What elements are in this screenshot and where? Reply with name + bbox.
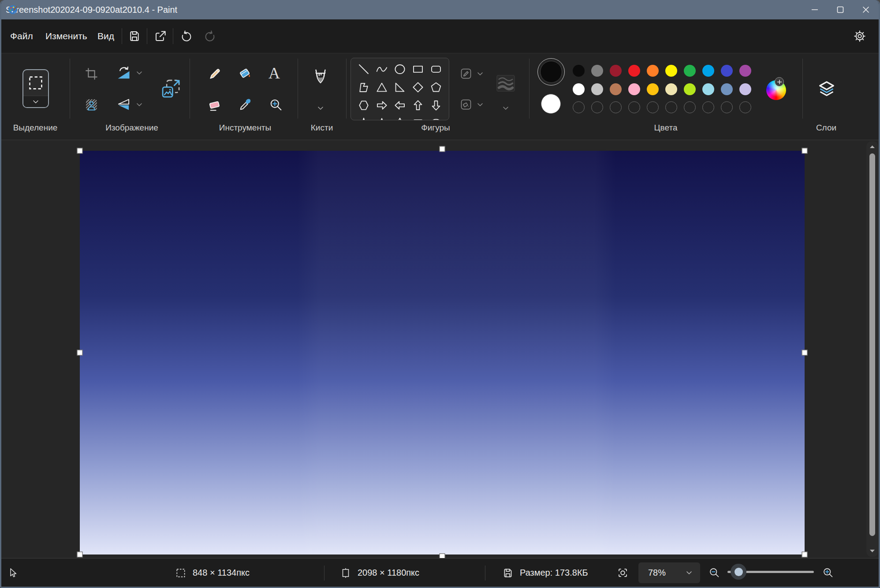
- add-color-plus-icon[interactable]: [775, 77, 784, 86]
- brush-icon[interactable]: [311, 67, 330, 89]
- palette-color[interactable]: [573, 83, 585, 95]
- brush-dropdown-chevron[interactable]: [316, 105, 325, 112]
- palette-color[interactable]: [591, 83, 603, 95]
- shape-fill-chevron[interactable]: [476, 102, 485, 108]
- zoom-level-dropdown[interactable]: 78%: [638, 562, 700, 583]
- layers-icon[interactable]: [817, 79, 837, 99]
- redo-button[interactable]: [203, 30, 216, 43]
- palette-color[interactable]: [628, 65, 640, 77]
- eraser-icon[interactable]: [207, 98, 222, 112]
- palette-color[interactable]: [628, 83, 640, 95]
- palette-color[interactable]: [591, 65, 603, 77]
- shape-polygon[interactable]: [354, 78, 373, 96]
- text-tool-icon[interactable]: А: [268, 66, 280, 81]
- palette-color[interactable]: [610, 65, 622, 77]
- shape-rounded-callout[interactable]: [409, 114, 427, 120]
- shape-arrow-down[interactable]: [427, 96, 445, 114]
- zoom-slider-thumb[interactable]: [731, 564, 746, 580]
- selection-handle-middle-left[interactable]: [77, 350, 83, 356]
- color1-swatch-selected[interactable]: [537, 58, 565, 86]
- palette-empty-slot[interactable]: [591, 101, 603, 113]
- rectangular-selection-icon[interactable]: [23, 70, 48, 96]
- fill-bucket-icon[interactable]: [238, 67, 252, 81]
- rotate-dropdown-chevron[interactable]: [135, 70, 144, 76]
- shape-hexagon[interactable]: [354, 96, 373, 114]
- shape-star-4[interactable]: [354, 114, 373, 120]
- scrollbar-down-arrow[interactable]: [869, 548, 876, 554]
- selection-handle-bottom-left[interactable]: [77, 552, 83, 558]
- shape-outline-icon[interactable]: [460, 67, 472, 80]
- palette-empty-slot[interactable]: [665, 101, 677, 113]
- pencil-icon[interactable]: [208, 67, 222, 81]
- stroke-width-chevron[interactable]: [501, 105, 510, 112]
- stroke-width-icon[interactable]: [496, 74, 515, 92]
- palette-empty-slot[interactable]: [739, 101, 751, 113]
- close-button[interactable]: [853, 0, 879, 19]
- minimize-button[interactable]: [802, 0, 828, 19]
- palette-empty-slot[interactable]: [628, 101, 640, 113]
- shape-outline-chevron[interactable]: [476, 71, 485, 77]
- selection-handle-bottom-right[interactable]: [802, 552, 808, 558]
- palette-color[interactable]: [665, 65, 677, 77]
- fit-to-screen-button[interactable]: [617, 558, 629, 587]
- selection-handle-top-right[interactable]: [802, 148, 808, 154]
- flip-icon[interactable]: [116, 98, 131, 112]
- shape-arrow-left[interactable]: [391, 96, 409, 114]
- save-button[interactable]: [128, 30, 141, 43]
- palette-empty-slot[interactable]: [610, 101, 622, 113]
- maximize-button[interactable]: [828, 0, 853, 19]
- selection-handle-top-center[interactable]: [440, 146, 445, 152]
- scrollbar-up-arrow[interactable]: [869, 144, 876, 149]
- menu-view[interactable]: Вид: [95, 19, 117, 53]
- palette-color[interactable]: [739, 83, 751, 95]
- undo-button[interactable]: [180, 30, 193, 43]
- palette-color[interactable]: [647, 83, 659, 95]
- palette-color[interactable]: [610, 83, 622, 95]
- shape-diamond[interactable]: [409, 78, 427, 96]
- shape-arrow-up[interactable]: [409, 96, 427, 114]
- color-picker-icon[interactable]: [239, 97, 253, 112]
- palette-empty-slot[interactable]: [702, 101, 714, 113]
- zoom-in-button[interactable]: [822, 558, 834, 587]
- zoom-out-button[interactable]: [708, 558, 720, 587]
- palette-empty-slot[interactable]: [684, 101, 696, 113]
- flip-dropdown-chevron[interactable]: [135, 102, 144, 108]
- rotate-icon[interactable]: [116, 66, 131, 81]
- shape-arrow-right[interactable]: [373, 96, 391, 114]
- color2-swatch[interactable]: [541, 94, 561, 114]
- shape-oval-callout[interactable]: [427, 114, 445, 120]
- palette-color[interactable]: [721, 83, 733, 95]
- palette-color[interactable]: [647, 65, 659, 77]
- vertical-scrollbar[interactable]: [866, 141, 878, 557]
- share-button[interactable]: [154, 30, 167, 43]
- shape-star-6[interactable]: [391, 114, 409, 120]
- shape-rounded-rectangle[interactable]: [427, 60, 445, 78]
- palette-color[interactable]: [684, 65, 696, 77]
- shape-fill-icon[interactable]: [460, 98, 472, 111]
- palette-empty-slot[interactable]: [647, 101, 659, 113]
- canvas-image[interactable]: [80, 151, 805, 555]
- shape-rectangle[interactable]: [409, 60, 427, 78]
- selection-handle-top-left[interactable]: [77, 148, 83, 154]
- scrollbar-thumb[interactable]: [869, 153, 875, 536]
- palette-color[interactable]: [665, 83, 677, 95]
- resize-image-icon[interactable]: [161, 78, 181, 99]
- palette-color[interactable]: [739, 65, 751, 77]
- palette-empty-slot[interactable]: [573, 101, 585, 113]
- palette-color[interactable]: [721, 65, 733, 77]
- palette-color[interactable]: [684, 83, 696, 95]
- shape-line[interactable]: [354, 60, 373, 78]
- menu-edit[interactable]: Изменить: [43, 19, 90, 53]
- shape-star-5[interactable]: [373, 114, 391, 120]
- shape-ellipse[interactable]: [391, 60, 409, 78]
- palette-color[interactable]: [702, 83, 714, 95]
- shape-pentagon[interactable]: [427, 78, 445, 96]
- remove-background-icon[interactable]: [85, 98, 98, 112]
- palette-color[interactable]: [573, 65, 585, 77]
- shape-triangle[interactable]: [373, 78, 391, 96]
- shape-curve[interactable]: [373, 60, 391, 78]
- crop-icon[interactable]: [85, 67, 98, 81]
- selection-handle-middle-right[interactable]: [802, 350, 808, 356]
- settings-gear-icon[interactable]: [853, 30, 866, 43]
- selection-tool-button[interactable]: [22, 69, 49, 108]
